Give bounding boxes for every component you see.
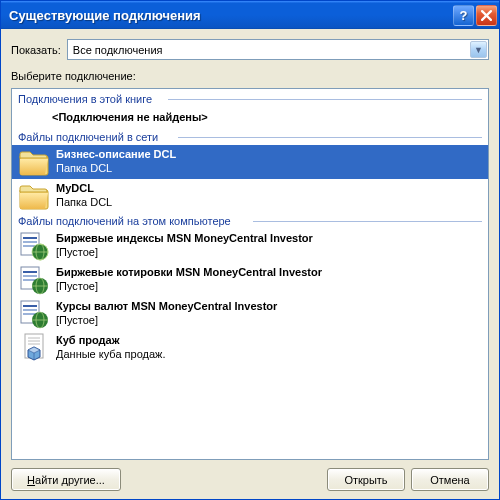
find-other-button[interactable]: Найти другие... bbox=[11, 468, 121, 491]
list-item-title: Курсы валют MSN MoneyCentral Investor bbox=[56, 300, 277, 314]
connection-file-icon bbox=[18, 298, 50, 330]
select-connection-label: Выберите подключение: bbox=[11, 70, 489, 82]
window-title: Существующие подключения bbox=[9, 8, 451, 23]
list-item[interactable]: MyDCL Папка DCL bbox=[12, 179, 488, 213]
cancel-button[interactable]: Отмена bbox=[411, 468, 489, 491]
titlebar[interactable]: Существующие подключения ? bbox=[1, 1, 499, 29]
list-item-title: MyDCL bbox=[56, 182, 112, 196]
svg-rect-8 bbox=[23, 271, 37, 273]
show-value: Все подключения bbox=[73, 44, 163, 56]
close-button[interactable] bbox=[476, 5, 497, 26]
group-header-workbook: Подключения в этой книге bbox=[12, 91, 488, 107]
connection-file-icon bbox=[18, 230, 50, 262]
folder-icon bbox=[18, 146, 50, 178]
open-button[interactable]: Открыть bbox=[327, 468, 405, 491]
list-item-title: Биржевые котировки MSN MoneyCentral Inve… bbox=[56, 266, 322, 280]
list-item[interactable]: Биржевые котировки MSN MoneyCentral Inve… bbox=[12, 263, 488, 297]
connection-file-icon bbox=[18, 264, 50, 296]
group-header-network: Файлы подключений в сети bbox=[12, 129, 488, 145]
dialog-body: Показать: Все подключения ▼ Выберите под… bbox=[1, 29, 499, 499]
list-item[interactable]: Бизнес-описание DCL Папка DCL bbox=[12, 145, 488, 179]
spacer bbox=[127, 468, 321, 491]
list-item-subtitle: [Пустое] bbox=[56, 314, 277, 328]
no-connections-text: <Подключения не найдены> bbox=[12, 107, 488, 129]
list-item-subtitle: Папка DCL bbox=[56, 196, 112, 210]
list-item-texts: Курсы валют MSN MoneyCentral Investor [П… bbox=[56, 300, 277, 328]
show-label: Показать: bbox=[11, 44, 61, 56]
show-combobox[interactable]: Все подключения ▼ bbox=[67, 39, 489, 60]
list-item-texts: MyDCL Папка DCL bbox=[56, 182, 112, 210]
group-header-local: Файлы подключений на этом компьютере bbox=[12, 213, 488, 229]
list-item-subtitle: Данные куба продаж. bbox=[56, 348, 165, 362]
list-item-subtitle: [Пустое] bbox=[56, 280, 322, 294]
svg-rect-16 bbox=[23, 309, 37, 311]
list-item-texts: Биржевые индексы MSN MoneyCentral Invest… bbox=[56, 232, 313, 260]
svg-rect-15 bbox=[23, 305, 37, 307]
list-item-texts: Биржевые котировки MSN MoneyCentral Inve… bbox=[56, 266, 322, 294]
cube-file-icon bbox=[18, 332, 50, 364]
list-item[interactable]: Биржевые индексы MSN MoneyCentral Invest… bbox=[12, 229, 488, 263]
list-item-texts: Куб продаж Данные куба продаж. bbox=[56, 334, 165, 362]
help-button[interactable]: ? bbox=[453, 5, 474, 26]
list-item-texts: Бизнес-описание DCL Папка DCL bbox=[56, 148, 176, 176]
list-item[interactable]: Куб продаж Данные куба продаж. bbox=[12, 331, 488, 365]
svg-rect-2 bbox=[23, 241, 37, 243]
list-item[interactable]: Курсы валют MSN MoneyCentral Investor [П… bbox=[12, 297, 488, 331]
show-row: Показать: Все подключения ▼ bbox=[11, 39, 489, 60]
folder-icon bbox=[18, 180, 50, 212]
connections-listbox[interactable]: Подключения в этой книге <Подключения не… bbox=[11, 88, 489, 460]
chevron-down-icon: ▼ bbox=[470, 41, 487, 58]
list-item-title: Биржевые индексы MSN MoneyCentral Invest… bbox=[56, 232, 313, 246]
button-row: Найти другие... Открыть Отмена bbox=[11, 466, 489, 491]
list-item-subtitle: [Пустое] bbox=[56, 246, 313, 260]
list-item-title: Бизнес-описание DCL bbox=[56, 148, 176, 162]
dialog-window: Существующие подключения ? Показать: Все… bbox=[0, 0, 500, 500]
list-item-title: Куб продаж bbox=[56, 334, 165, 348]
close-icon bbox=[481, 10, 492, 21]
svg-rect-9 bbox=[23, 275, 37, 277]
svg-rect-1 bbox=[23, 237, 37, 239]
list-item-subtitle: Папка DCL bbox=[56, 162, 176, 176]
